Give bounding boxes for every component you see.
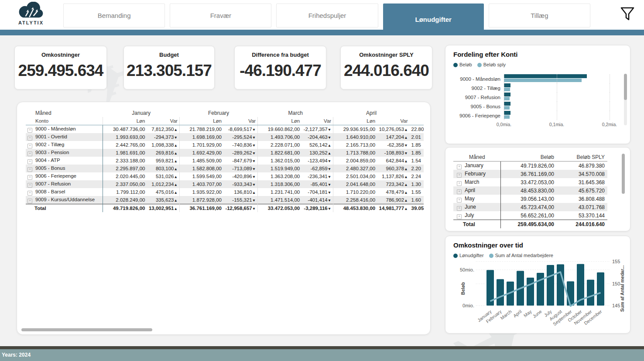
table-row[interactable]: +March 33.472.053,00 31.645.368 <box>453 178 607 186</box>
bar[interactable] <box>504 79 582 82</box>
kpi-title: Omkostninger <box>15 52 106 58</box>
bar[interactable] <box>504 97 510 100</box>
table-row[interactable]: +June 45.723.474,00 43.071.768 <box>453 203 607 211</box>
expand-icon[interactable]: + <box>27 159 32 164</box>
lon-cell: 21.788.219,00 <box>179 125 223 134</box>
month-header[interactable]: January <box>103 108 179 117</box>
category-label[interactable]: 9000 - Månedsløn <box>452 76 504 82</box>
category-label[interactable]: 9006 - Feriepenge <box>452 113 504 118</box>
table-row[interactable]: +9002 - Tillæg 2.442.765,001,098,338▲1.7… <box>26 141 424 149</box>
matrix-table-wrap: MånedJanuaryFebruaryMarchAprilKontoLønVa… <box>26 108 424 212</box>
bar[interactable] <box>504 102 510 106</box>
scrollbar-thumb[interactable] <box>622 154 625 194</box>
bar[interactable] <box>557 264 564 306</box>
month-header[interactable]: April <box>333 108 410 117</box>
table-row[interactable]: +July 56.652.261,00 53.370.144 <box>453 211 607 220</box>
x-tick-label: May <box>523 309 533 318</box>
tab-Fravær[interactable]: Fravær <box>170 3 271 28</box>
filter-button[interactable] <box>618 4 637 24</box>
expand-icon[interactable]: + <box>457 165 462 169</box>
table-row[interactable]: +9000 - Månedsløn 30.487.736,007,812,350… <box>26 125 424 134</box>
table-row[interactable]: +February 36.761.169,00 34.570.008 <box>453 170 607 178</box>
legend-item[interactable]: Beløb sply <box>477 62 506 67</box>
lon-cell: 1.318.306,00 <box>258 180 302 188</box>
table-row[interactable]: +9003 - Pension 1.981.691,00269,816▲1.69… <box>26 149 424 157</box>
bar[interactable] <box>504 88 510 91</box>
konti-chart-row: 9002 - Tillæg <box>452 83 624 93</box>
cloud-arrows-icon <box>17 2 45 19</box>
category-label[interactable]: 9007 - Refusion <box>452 95 504 100</box>
table-row[interactable]: +9005 - Bonus 2.295.897,00803,100▲1.582.… <box>26 165 424 172</box>
horizontal-scrollbar[interactable] <box>21 328 152 331</box>
clipped-cell: 1.30 <box>410 180 424 188</box>
tab-Frihedspuljer[interactable]: Frihedspuljer <box>276 3 378 28</box>
legend-item[interactable]: Lønudgifter <box>453 253 484 258</box>
expand-icon[interactable]: + <box>27 191 32 196</box>
bar[interactable] <box>504 83 510 87</box>
bar[interactable] <box>504 111 510 115</box>
bar[interactable] <box>504 74 587 78</box>
expand-icon[interactable]: + <box>457 206 462 211</box>
down-triangle-icon: ▼ <box>328 175 331 179</box>
table-row[interactable]: +9001 - Overtid 1.993.693,00-294,373▼1.6… <box>26 133 424 141</box>
expand-icon[interactable]: + <box>27 151 32 156</box>
up-triangle-icon: ▲ <box>174 206 177 211</box>
lon-cell: 1.822.681,00 <box>258 149 302 157</box>
expand-icon[interactable]: + <box>27 144 32 148</box>
category-label[interactable]: 9002 - Tillæg <box>452 86 504 91</box>
table-row[interactable]: +9008 - Barsel 1.799.112,00475,016▲1.935… <box>26 188 424 196</box>
down-triangle-icon: ▼ <box>252 206 256 211</box>
down-triangle-icon: ▼ <box>328 127 331 132</box>
down-triangle-icon: ▼ <box>252 127 256 132</box>
table-row[interactable]: +9007 - Refusion 2.337.050,001,012,234▲1… <box>26 180 424 188</box>
bar[interactable] <box>537 273 544 306</box>
table-row[interactable]: +9009 - Kursus/Uddannelse 2.028.249,0033… <box>26 196 424 204</box>
bar[interactable] <box>587 280 594 306</box>
expand-icon[interactable]: + <box>457 181 462 186</box>
expand-icon[interactable]: + <box>27 183 32 188</box>
var-cell: -123,494▼ <box>301 157 333 165</box>
bar[interactable] <box>504 106 510 110</box>
down-triangle-icon: ▼ <box>328 159 331 163</box>
belob-cell: 49.719.826,00 <box>501 162 557 170</box>
konti-chart-row: 9000 - Månedsløn <box>452 74 624 83</box>
down-triangle-icon: ▼ <box>328 190 331 195</box>
category-label[interactable]: 9005 - Bonus <box>452 104 504 109</box>
bar[interactable] <box>497 279 504 306</box>
bar[interactable] <box>597 272 604 306</box>
bar[interactable] <box>547 265 554 306</box>
expand-icon[interactable]: + <box>27 128 32 133</box>
bar[interactable] <box>504 93 510 96</box>
clipped-cell: 39.05 <box>410 204 424 213</box>
bar[interactable] <box>567 282 574 306</box>
expand-icon[interactable]: + <box>27 136 32 141</box>
table-row[interactable]: Total 49.719.826,0013,002,951▲36.761.169… <box>26 204 424 213</box>
up-triangle-icon: ▲ <box>174 127 177 132</box>
legend-item[interactable]: Sum af Antal medarbejdere <box>489 253 553 258</box>
table-row[interactable]: +April 48.453.830,00 45.675.720 <box>453 186 607 195</box>
bar[interactable] <box>504 115 510 119</box>
bar[interactable] <box>527 278 534 306</box>
scrollbar-thumb[interactable] <box>624 74 627 100</box>
table-row[interactable]: Total 259.495.634,00 244.016.640 <box>453 220 607 229</box>
var-cell: -85,401▼ <box>301 180 333 188</box>
table-row[interactable]: +January 49.719.826,00 46.879.380 <box>453 162 607 170</box>
expand-icon[interactable]: + <box>27 175 32 180</box>
expand-icon[interactable]: + <box>457 173 462 178</box>
up-triangle-icon: ▲ <box>174 175 177 179</box>
lon-cell: 1.799.112,00 <box>103 188 147 196</box>
table-row[interactable]: +9006 - Feriepenge 2.020.445,00531,026▲1… <box>26 172 424 180</box>
table-row[interactable]: +9004 - ATP 2.333.188,00959,821▲1.485.50… <box>26 157 424 165</box>
tab-Bemanding[interactable]: Bemanding <box>63 3 165 28</box>
month-header[interactable]: February <box>179 108 257 117</box>
table-row[interactable]: +May 39.056.143,00 36.808.488 <box>453 195 607 203</box>
expand-icon[interactable]: + <box>27 199 32 203</box>
tab-Tillæg[interactable]: Tillæg <box>489 3 590 28</box>
month-header[interactable]: March <box>258 108 333 117</box>
expand-icon[interactable]: + <box>27 167 32 172</box>
expand-icon[interactable]: + <box>457 189 462 194</box>
expand-icon[interactable]: + <box>457 198 462 203</box>
expand-icon[interactable]: + <box>457 214 462 219</box>
up-triangle-icon: ▲ <box>328 143 331 148</box>
legend-item[interactable]: Beløb <box>453 62 472 67</box>
